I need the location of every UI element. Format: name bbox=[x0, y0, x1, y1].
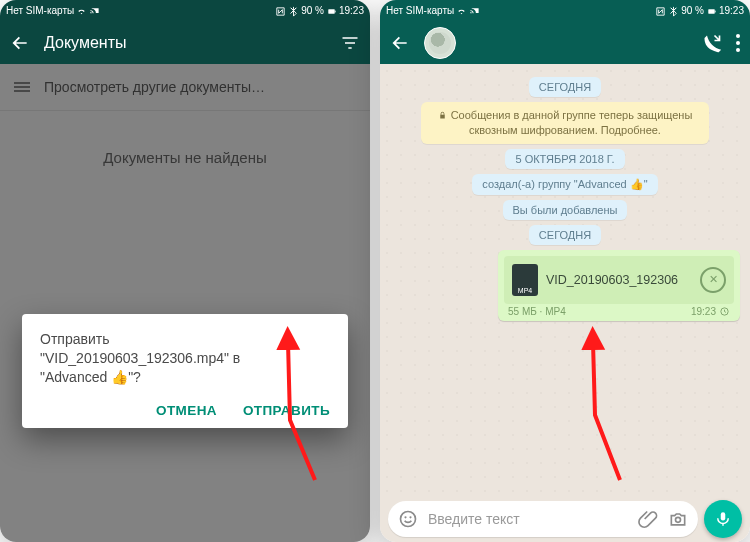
filter-icon[interactable] bbox=[340, 33, 360, 53]
svg-point-6 bbox=[404, 516, 406, 518]
camera-icon[interactable] bbox=[668, 509, 688, 529]
battery-pct: 90 % bbox=[681, 0, 704, 22]
cast-icon bbox=[469, 6, 480, 17]
clock: 19:23 bbox=[719, 0, 744, 22]
nfc-icon bbox=[275, 6, 286, 17]
wifi-icon bbox=[76, 6, 87, 17]
svg-rect-0 bbox=[328, 9, 334, 14]
toolbar bbox=[380, 22, 750, 64]
date-chip-today: СЕГОДНЯ bbox=[529, 77, 601, 97]
svg-rect-2 bbox=[708, 9, 714, 14]
nfc-icon bbox=[655, 6, 666, 17]
group-avatar[interactable] bbox=[424, 27, 456, 59]
outgoing-document-bubble[interactable]: MP4 VID_20190603_192306 ✕ 55 МБ · MP4 19… bbox=[498, 250, 740, 321]
status-bar: Нет SIM-карты 90 % 19:23 bbox=[380, 0, 750, 22]
cancel-upload-button[interactable]: ✕ bbox=[700, 267, 726, 293]
sim-status: Нет SIM-карты bbox=[386, 0, 454, 22]
encryption-chip[interactable]: Сообщения в данной группе теперь защищен… bbox=[421, 102, 709, 144]
date-chip: 5 ОКТЯБРЯ 2018 Г. bbox=[505, 149, 624, 169]
system-chip-created: создал(-а) группу "Advanced 👍" bbox=[472, 174, 657, 195]
send-dialog: Отправить "VID_20190603_192306.mp4" в "A… bbox=[22, 314, 348, 428]
cancel-button[interactable]: ОТМЕНА bbox=[156, 403, 217, 418]
svg-rect-1 bbox=[335, 10, 336, 12]
message-input[interactable]: Введите текст bbox=[388, 501, 698, 537]
lock-icon bbox=[438, 111, 447, 120]
mic-button[interactable] bbox=[704, 500, 742, 538]
more-icon[interactable] bbox=[736, 34, 740, 52]
call-icon[interactable] bbox=[702, 33, 722, 53]
svg-point-8 bbox=[676, 517, 681, 522]
battery-icon bbox=[326, 6, 337, 17]
document-name: VID_20190603_192306 bbox=[546, 273, 692, 287]
send-button[interactable]: ОТПРАВИТЬ bbox=[243, 403, 330, 418]
cast-icon bbox=[89, 6, 100, 17]
mic-icon bbox=[714, 510, 732, 528]
message-time: 19:23 bbox=[691, 306, 716, 317]
bluetooth-icon bbox=[288, 6, 299, 17]
clock: 19:23 bbox=[339, 0, 364, 22]
input-placeholder: Введите текст bbox=[428, 511, 628, 527]
toolbar: Документы bbox=[0, 22, 370, 64]
page-title: Документы bbox=[44, 34, 326, 52]
filetype-icon: MP4 bbox=[512, 264, 538, 296]
battery-icon bbox=[706, 6, 717, 17]
back-icon[interactable] bbox=[10, 33, 30, 53]
status-bar: Нет SIM-карты 90 % 19:23 bbox=[0, 0, 370, 22]
bluetooth-icon bbox=[668, 6, 679, 17]
system-chip-added: Вы были добавлены bbox=[503, 200, 628, 220]
modal-backdrop[interactable] bbox=[0, 64, 370, 542]
svg-rect-3 bbox=[715, 10, 716, 12]
chat-input-area: Введите текст bbox=[380, 496, 750, 542]
svg-point-7 bbox=[409, 516, 411, 518]
svg-rect-9 bbox=[721, 512, 726, 520]
date-chip-today: СЕГОДНЯ bbox=[529, 225, 601, 245]
wifi-icon bbox=[456, 6, 467, 17]
battery-pct: 90 % bbox=[301, 0, 324, 22]
svg-point-5 bbox=[401, 512, 416, 527]
emoji-icon[interactable] bbox=[398, 509, 418, 529]
back-icon[interactable] bbox=[390, 33, 410, 53]
dialog-message: Отправить "VID_20190603_192306.mp4" в "A… bbox=[40, 330, 330, 387]
document-meta: 55 МБ · MP4 bbox=[508, 306, 566, 317]
attach-icon[interactable] bbox=[638, 509, 658, 529]
pending-clock-icon bbox=[719, 306, 730, 317]
sim-status: Нет SIM-карты bbox=[6, 0, 74, 22]
